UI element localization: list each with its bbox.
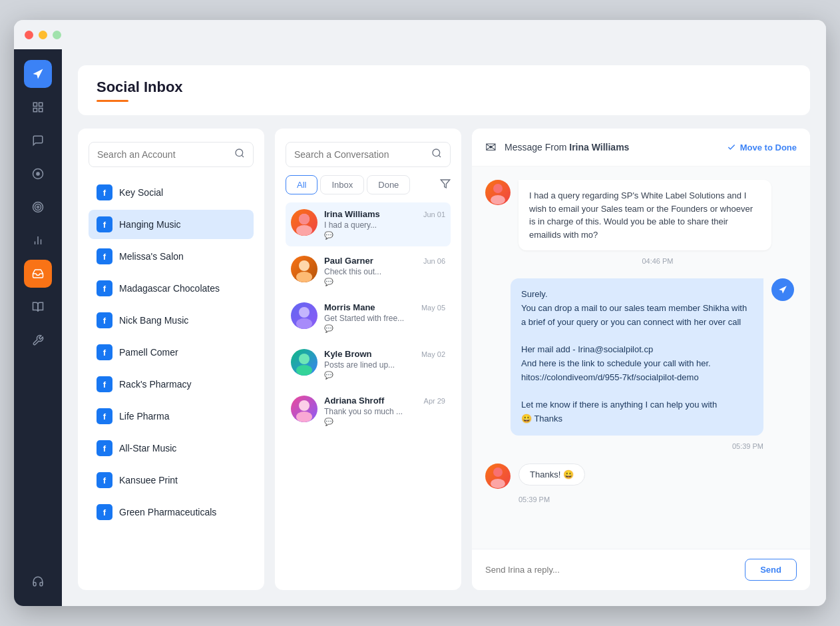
sidebar-item-chart[interactable] (24, 226, 52, 254)
account-item-madagascar[interactable]: f Madagascar Chocolates (89, 274, 254, 303)
minimize-button[interactable] (39, 31, 47, 39)
message-icon: 💬 (324, 371, 445, 380)
conversation-search-box[interactable] (286, 142, 451, 167)
message-body: I had a query regarding SP's White Label… (472, 166, 810, 549)
account-item-racks-pharmacy[interactable]: f Rack's Pharmacy (89, 370, 254, 399)
svg-rect-1 (39, 103, 43, 106)
message-from-name: Irina Williams (569, 142, 629, 153)
svg-point-25 (299, 307, 310, 318)
conversation-preview: I had a query... (324, 220, 445, 230)
envelope-icon: ✉ (485, 139, 497, 155)
account-name: Kansuee Print (119, 475, 178, 485)
conversation-preview: Get Started with free... (324, 314, 445, 323)
main-window: Social Inbox f Key Social (14, 20, 826, 606)
svg-point-32 (491, 195, 505, 204)
avatar-paul (291, 256, 317, 282)
svg-point-24 (296, 272, 312, 282)
message-icon: 💬 (324, 418, 445, 426)
svg-marker-19 (441, 180, 449, 188)
tab-done[interactable]: Done (367, 175, 410, 194)
reply-input[interactable] (485, 565, 737, 575)
page-title: Social Inbox (97, 79, 791, 96)
sidebar-item-support[interactable] (24, 567, 52, 595)
account-name: Madagascar Chocolates (119, 283, 220, 294)
avatar-irina-msg (485, 180, 511, 205)
received-message-2: Thanks! 😀 05:39 PM (485, 464, 797, 506)
conversation-item-morris[interactable]: Morris Mane May 05 Get Started with free… (286, 296, 451, 340)
facebook-icon: f (97, 184, 112, 200)
filter-icon[interactable] (440, 178, 451, 192)
svg-rect-0 (33, 103, 37, 106)
sidebar-item-chat[interactable] (24, 127, 52, 155)
sidebar (14, 49, 62, 606)
send-button[interactable]: Send (745, 559, 797, 581)
conversation-body: Irina Williams Jun 01 I had a query... 💬 (324, 209, 445, 240)
conversation-name: Irina Williams (324, 209, 380, 219)
facebook-icon: f (97, 248, 112, 264)
tab-all[interactable]: All (286, 175, 317, 194)
account-item-key-social[interactable]: f Key Social (89, 178, 254, 207)
conversation-name: Paul Garner (324, 256, 373, 266)
conversation-item-paul[interactable]: Paul Garner Jun 06 Check this out... 💬 (286, 249, 451, 293)
account-item-melissas-salon[interactable]: f Melissa's Salon (89, 242, 254, 271)
send-icon-circle (771, 278, 794, 301)
svg-point-33 (493, 468, 503, 477)
accounts-panel: f Key Social f Hanging Music f Melissa's… (78, 129, 264, 590)
sidebar-item-send[interactable] (24, 60, 52, 88)
conversations-panel: All Inbox Done (275, 129, 461, 590)
account-item-hanging-music[interactable]: f Hanging Music (89, 210, 254, 239)
account-item-kansuee[interactable]: f Kansuee Print (89, 466, 254, 495)
svg-point-23 (299, 260, 310, 271)
message-icon: 💬 (324, 278, 445, 286)
account-name: Key Social (119, 187, 163, 198)
conversation-list: Irina Williams Jun 01 I had a query... 💬 (286, 202, 451, 577)
message-panel: ✉ Message From Irina Williams Move to Do… (472, 129, 810, 590)
move-to-done-button[interactable]: Move to Done (727, 143, 797, 153)
sidebar-item-tools[interactable] (24, 326, 52, 354)
svg-point-21 (296, 225, 312, 236)
facebook-icon: f (97, 440, 112, 456)
conversation-item-irina[interactable]: Irina Williams Jun 01 I had a query... 💬 (286, 202, 451, 246)
account-item-life-pharma[interactable]: f Life Pharma (89, 402, 254, 431)
account-item-green-pharma[interactable]: f Green Pharmaceuticals (89, 497, 254, 527)
facebook-icon: f (97, 344, 112, 360)
conversation-search-input[interactable] (294, 149, 426, 160)
conversation-preview: Thank you so much ... (324, 407, 445, 416)
account-name: Life Pharma (119, 411, 169, 422)
message-bubble-received: I had a query regarding SP's White Label… (519, 180, 771, 250)
conversation-body: Paul Garner Jun 06 Check this out... 💬 (324, 256, 445, 286)
close-button[interactable] (25, 31, 33, 39)
account-search-icon (234, 148, 245, 161)
svg-point-10 (35, 204, 41, 210)
sidebar-item-library[interactable] (24, 293, 52, 321)
maximize-button[interactable] (53, 31, 61, 39)
conversation-item-kyle[interactable]: Kyle Brown May 02 Posts are lined up... … (286, 342, 451, 386)
account-search-input[interactable] (97, 149, 229, 160)
sidebar-item-inbox[interactable] (24, 260, 52, 288)
message-time: 04:46 PM (642, 257, 673, 265)
account-item-allstar[interactable]: f All-Star Music (89, 434, 254, 463)
conversation-body: Morris Mane May 05 Get Started with free… (324, 302, 445, 333)
svg-point-31 (493, 184, 503, 193)
account-search-box[interactable] (89, 142, 254, 167)
account-name: Nick Bang Music (119, 315, 188, 326)
conversation-body: Kyle Brown May 02 Posts are lined up... … (324, 349, 445, 380)
tab-inbox[interactable]: Inbox (320, 175, 364, 194)
conversation-preview: Posts are lined up... (324, 360, 445, 370)
account-item-nick-bang[interactable]: f Nick Bang Music (89, 306, 254, 335)
svg-point-17 (433, 149, 440, 156)
svg-point-27 (299, 354, 310, 364)
conversation-name: Kyle Brown (324, 349, 372, 359)
account-name: Pamell Comer (119, 347, 178, 358)
sidebar-item-target[interactable] (24, 193, 52, 221)
sidebar-item-grid[interactable] (24, 93, 52, 121)
sidebar-item-asterisk[interactable] (24, 160, 52, 188)
account-item-pamell[interactable]: f Pamell Comer (89, 338, 254, 367)
conversation-item-adriana[interactable]: Adriana Shroff Apr 29 Thank you so much … (286, 389, 451, 433)
facebook-icon: f (97, 216, 112, 232)
conversation-name: Morris Mane (324, 302, 375, 312)
svg-rect-3 (39, 109, 43, 112)
svg-point-30 (296, 412, 312, 422)
message-footer: Send (472, 549, 810, 590)
svg-line-18 (439, 155, 441, 157)
